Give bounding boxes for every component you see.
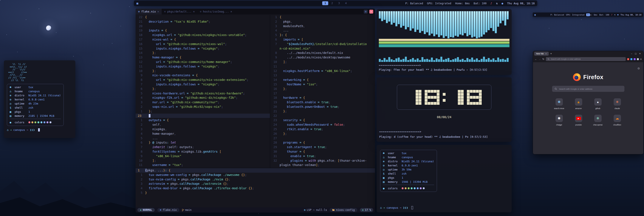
tab-label: pkgs/default...	[167, 10, 192, 13]
tab-close-icon[interactable]: ×	[157, 10, 159, 13]
fetch-value: canopus	[402, 156, 413, 159]
workspace-2[interactable]: 2	[329, 1, 335, 5]
editor-pane-pkgs[interactable]: 1{pkgs, ...}: {1 tux-awesome-wm-config =…	[136, 168, 375, 207]
code-line: 1 tux-awesome-wm-config = pkgs.callPacka…	[136, 173, 375, 177]
line-number: 31	[270, 154, 280, 158]
workspace-3[interactable]: 3	[336, 1, 342, 5]
editor-pane-iso[interactable]: 1{2 pkgs,3 modulesPath,4 ...5}: {6 impor…	[270, 15, 375, 168]
music-icon[interactable]: ♪	[611, 14, 612, 16]
neovim-window[interactable]: ❄flake.nix×❄pkgs/default...×❄hosts/isoIm…	[136, 9, 375, 212]
visualizer-spike	[481, 59, 482, 62]
close-button[interactable]: ✕	[639, 53, 641, 55]
tab-close-icon[interactable]: ×	[193, 10, 195, 13]
address-bar[interactable]: Search with Google or enter address	[546, 57, 626, 61]
shortcut-chatgpt[interactable]: ❋chatgpt	[550, 115, 568, 126]
shortcut-search.nixos[interactable]: ❄search.nixos	[550, 98, 568, 110]
visualizer-spike	[438, 59, 440, 62]
shell-prompt[interactable]: ⌂→canopus~❯❯❯	[7, 128, 72, 131]
clock-block	[419, 93, 422, 96]
network-icon[interactable]: ⇅	[496, 2, 498, 5]
code-line: 10 ];	[136, 158, 270, 163]
network-icon[interactable]: ⇅	[614, 14, 615, 16]
fetch-value: zsh	[28, 106, 33, 109]
tab-close-icon[interactable]: ×	[546, 53, 547, 55]
line-number: 23	[270, 118, 280, 122]
shell-prompt[interactable]: ⌂→canopus~❯❯❯	[380, 206, 508, 209]
shortcut-cloudflare[interactable]: ☁cloudflare	[608, 115, 626, 126]
firefox-window[interactable]: New Tab × + – ▢ ✕ ← → ↻ Search with Goog…	[533, 51, 644, 154]
line-number: 5	[136, 91, 145, 96]
shortcut-github[interactable]: ●github	[589, 98, 607, 110]
new-tab-button[interactable]: +	[550, 52, 552, 55]
fetch-label: hname	[15, 90, 27, 93]
window-toggle-icon[interactable]: ⊡	[364, 10, 368, 14]
music-visualizer-window[interactable]: ======================> Playing: ffee fo…	[377, 9, 512, 75]
reload-button[interactable]: ↻	[542, 58, 544, 61]
shortcut-claude[interactable]: ✳claude	[608, 98, 626, 110]
minimize-button[interactable]: –	[631, 53, 632, 55]
status-segment: GPU: Integrated	[427, 2, 451, 5]
fetch-label: pkgs	[388, 176, 400, 179]
scroll-percent: 17 %	[365, 208, 371, 211]
workspace-4[interactable]: 4	[343, 1, 349, 5]
visualizer-spike	[405, 57, 407, 62]
line-number: 5	[136, 136, 145, 141]
tab-close-icon[interactable]: ×	[230, 10, 232, 13]
visualizer-bar	[419, 11, 421, 33]
palette-dot	[420, 187, 422, 189]
clock: Thu Aug 08, 18:18	[507, 2, 535, 5]
fetch-terminal-right[interactable]: ☻usertux⌂hnamecanopus✻distroNixOS 24.11 …	[377, 145, 512, 212]
editor-close-button[interactable]: ✕	[369, 10, 373, 14]
nix-file-icon: ❄	[164, 10, 166, 13]
maximize-button[interactable]: ▢	[635, 53, 637, 55]
line-number: 14	[136, 51, 145, 55]
music-progress-bar: ======================>	[379, 130, 422, 133]
wallpaper-moon	[46, 26, 51, 31]
editor-tab-flake.nix[interactable]: ❄flake.nix×	[136, 9, 162, 15]
forward-button[interactable]: →	[538, 58, 541, 60]
workspace-1[interactable]: 1	[322, 1, 328, 5]
visualizer-bar	[497, 11, 499, 27]
extension-icon[interactable]	[634, 58, 636, 60]
line-number: 23	[136, 114, 145, 118]
code-line: 20	[136, 24, 270, 29]
fetch-terminal-left[interactable]: \\ \\ // ==\\__\\/ // // \\// ==// //== …	[4, 60, 75, 138]
code-line: 12 nixpkgs.hostPlatform = "x86_64-linux"…	[270, 69, 375, 73]
shortcut-chat.openai[interactable]: ❋chat.openai	[589, 115, 607, 126]
bluetooth-icon[interactable]: ●	[617, 14, 618, 16]
nix-file-icon: ❄	[160, 208, 162, 211]
clock-block	[458, 93, 460, 96]
editor-tab-hosts/isoImag...[interactable]: ❄hosts/isoImag...×	[198, 9, 234, 15]
clock-terminal-window[interactable]: 08/08/24 ======================> Playing…	[377, 77, 512, 142]
menu-icon[interactable]: ≡	[640, 58, 642, 60]
workspace-1[interactable]: 1	[586, 13, 590, 16]
distro-icon: ✻	[10, 94, 13, 97]
visualizer-bar	[426, 11, 428, 32]
line-number: 12	[136, 60, 145, 64]
album-art-visualization	[379, 11, 510, 62]
shortcut-youtube[interactable]: ▶youtube	[570, 115, 588, 126]
personalize-gear-icon[interactable]: ⚙	[637, 67, 640, 70]
line-number: 11	[270, 64, 280, 69]
launcher-icon[interactable]: ▦	[136, 2, 138, 5]
visualizer-bar	[417, 11, 419, 30]
new-tab-search-bar[interactable]	[552, 86, 624, 92]
clock-block	[479, 102, 482, 105]
launcher-icon[interactable]: ▦	[534, 14, 536, 16]
code-line: 3 modulesPath,	[270, 24, 375, 29]
extension-icon[interactable]	[627, 58, 629, 60]
extension-icon[interactable]	[637, 58, 639, 60]
extension-icon[interactable]	[630, 58, 632, 60]
search-input[interactable]	[559, 88, 622, 90]
shortcut-amazon[interactable]: aamazon	[570, 98, 588, 110]
editor-tab-pkgs/default...[interactable]: ❄pkgs/default...×	[162, 9, 198, 15]
back-button[interactable]: ←	[535, 58, 537, 60]
editor-pane-flake[interactable]: 22{21 description = "tux's NixOS Flake";…	[136, 15, 270, 168]
code-line: 11 username = "tux";	[136, 163, 270, 167]
bluetooth-icon[interactable]: ●	[502, 2, 503, 5]
code-line: 26 };	[270, 131, 375, 136]
music-icon[interactable]: ♪	[490, 2, 492, 5]
code-line: 1 };	[136, 109, 270, 114]
browser-tab-new-tab[interactable]: New Tab ×	[534, 52, 549, 56]
shortcut-label: search.nixos	[554, 107, 564, 110]
